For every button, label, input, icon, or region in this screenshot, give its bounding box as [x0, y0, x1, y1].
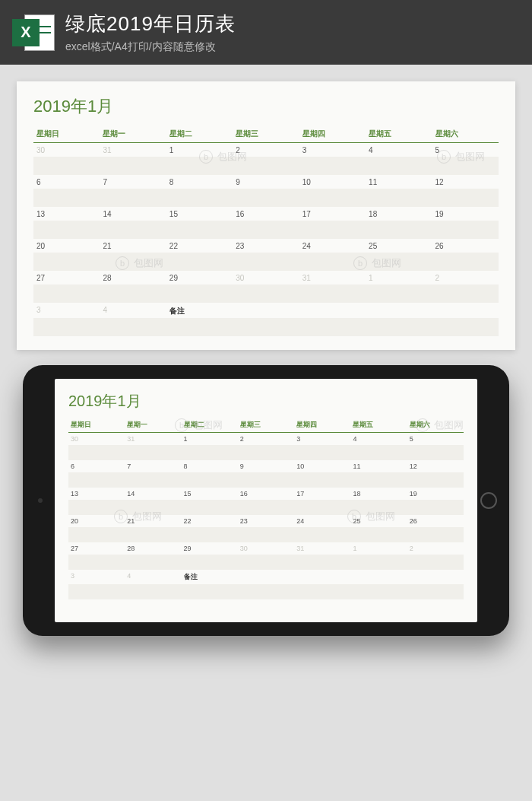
- calendar-day-cell: [407, 570, 464, 584]
- calendar-day-cell: 2: [238, 432, 294, 445]
- calendar-spacer-row: [33, 318, 499, 336]
- calendar-spacer-row: [68, 500, 464, 515]
- calendar-week-row: 34备注: [33, 303, 499, 318]
- calendar-title-tablet: 2019年1月: [68, 391, 464, 412]
- calendar-day-cell: 备注: [166, 303, 233, 318]
- calendar-table-tablet: 星期日星期一星期二星期三星期四星期五星期六 303112345678910111…: [68, 418, 464, 599]
- calendar-day-cell: 21: [125, 515, 181, 527]
- weekday-header: 星期五: [350, 418, 407, 433]
- calendar-day-cell: 22: [166, 239, 233, 253]
- calendar-day-cell: [233, 303, 299, 318]
- calendar-day-cell: 13: [68, 488, 125, 500]
- calendar-day-cell: 31: [294, 542, 350, 555]
- calendar-day-cell: 15: [182, 488, 238, 500]
- tablet-frame: 2019年1月 星期日星期一星期二星期三星期四星期五星期六 3031123456…: [23, 365, 509, 636]
- calendar-day-cell: 23: [238, 515, 294, 527]
- calendar-week-row: 20212223242526: [68, 515, 464, 527]
- calendar-day-cell: 16: [238, 488, 294, 500]
- calendar-day-cell: 31: [100, 143, 166, 157]
- calendar-day-cell: 2: [233, 143, 299, 157]
- calendar-spacer-row: [33, 157, 499, 175]
- calendar-day-cell: 1: [182, 432, 238, 445]
- calendar-day-cell: 6: [68, 460, 125, 472]
- weekday-row: 星期日星期一星期二星期三星期四星期五星期六: [33, 126, 499, 143]
- calendar-week-row: 13141516171819: [33, 207, 499, 221]
- calendar-title: 2019年1月: [33, 95, 499, 118]
- page-subtitle: excel格式/A4打印/内容随意修改: [65, 40, 520, 54]
- calendar-day-cell: 13: [33, 207, 100, 221]
- calendar-day-cell: 备注: [182, 570, 238, 584]
- calendar-day-cell: 9: [233, 175, 299, 189]
- calendar-day-cell: 3: [294, 432, 350, 445]
- tablet-mockup: 2019年1月 星期日星期一星期二星期三星期四星期五星期六 3031123456…: [23, 365, 509, 636]
- calendar-day-cell: 1: [366, 271, 432, 284]
- preview-area: 2019年1月 星期日星期一星期二星期三星期四星期五星期六 3031123456…: [0, 65, 532, 653]
- calendar-day-cell: 28: [125, 542, 181, 555]
- calendar-day-cell: 27: [68, 542, 125, 555]
- header-text: 绿底2019年日历表 excel格式/A4打印/内容随意修改: [65, 11, 520, 54]
- excel-icon: X: [12, 11, 55, 54]
- calendar-spacer-row: [68, 555, 464, 570]
- calendar-day-cell: 30: [68, 432, 125, 445]
- calendar-day-cell: 17: [294, 488, 350, 500]
- calendar-week-row: 303112345: [68, 432, 464, 445]
- calendar-day-cell: 30: [233, 271, 299, 284]
- calendar-spacer-row: [33, 284, 499, 303]
- calendar-day-cell: [294, 570, 350, 584]
- calendar-day-cell: 14: [100, 207, 166, 221]
- calendar-day-cell: 11: [366, 175, 432, 189]
- calendar-day-cell: 2: [407, 542, 464, 555]
- calendar-week-row: 20212223242526: [33, 239, 499, 253]
- calendar-day-cell: 10: [299, 175, 366, 189]
- calendar-week-row: 272829303112: [68, 542, 464, 555]
- calendar-day-cell: 2: [432, 271, 499, 284]
- calendar-day-cell: 25: [366, 239, 432, 253]
- weekday-header: 星期一: [100, 126, 166, 143]
- calendar-day-cell: 26: [407, 515, 464, 527]
- weekday-header: 星期二: [182, 418, 238, 433]
- calendar-day-cell: 8: [166, 175, 233, 189]
- calendar-day-cell: 4: [125, 570, 181, 584]
- calendar-day-cell: 20: [33, 239, 100, 253]
- calendar-day-cell: 19: [432, 207, 499, 221]
- calendar-day-cell: 4: [350, 432, 407, 445]
- calendar-day-cell: 10: [294, 460, 350, 472]
- calendar-day-cell: 3: [68, 570, 125, 584]
- header-bar: X 绿底2019年日历表 excel格式/A4打印/内容随意修改: [0, 0, 532, 65]
- weekday-header: 星期六: [407, 418, 464, 433]
- weekday-header: 星期日: [68, 418, 125, 433]
- calendar-day-cell: 26: [432, 239, 499, 253]
- calendar-week-row: 6789101112: [33, 175, 499, 189]
- calendar-day-cell: 4: [100, 303, 166, 318]
- calendar-spacer-row: [68, 445, 464, 460]
- weekday-header: 星期四: [299, 126, 366, 143]
- calendar-spacer-row: [68, 472, 464, 488]
- calendar-day-cell: 21: [100, 239, 166, 253]
- calendar-day-cell: [350, 570, 407, 584]
- calendar-week-row: 6789101112: [68, 460, 464, 472]
- calendar-day-cell: [238, 570, 294, 584]
- calendar-day-cell: 9: [238, 460, 294, 472]
- calendar-day-cell: 7: [125, 460, 181, 472]
- calendar-day-cell: 18: [366, 207, 432, 221]
- calendar-day-cell: 29: [166, 271, 233, 284]
- weekday-header: 星期二: [166, 126, 233, 143]
- calendar-day-cell: 31: [299, 271, 366, 284]
- calendar-day-cell: 1: [350, 542, 407, 555]
- calendar-week-row: 272829303112: [33, 271, 499, 284]
- calendar-day-cell: 16: [233, 207, 299, 221]
- calendar-day-cell: [432, 303, 499, 318]
- calendar-day-cell: 5: [407, 432, 464, 445]
- calendar-day-cell: 1: [166, 143, 233, 157]
- calendar-day-cell: 7: [100, 175, 166, 189]
- calendar-day-cell: 31: [125, 432, 181, 445]
- calendar-day-cell: 6: [33, 175, 100, 189]
- calendar-day-cell: 19: [407, 488, 464, 500]
- calendar-table: 星期日星期一星期二星期三星期四星期五星期六 303112345678910111…: [33, 126, 499, 336]
- calendar-day-cell: 28: [100, 271, 166, 284]
- calendar-day-cell: [366, 303, 432, 318]
- calendar-week-row: 13141516171819: [68, 488, 464, 500]
- calendar-day-cell: 12: [432, 175, 499, 189]
- weekday-header: 星期五: [366, 126, 432, 143]
- calendar-day-cell: 22: [182, 515, 238, 527]
